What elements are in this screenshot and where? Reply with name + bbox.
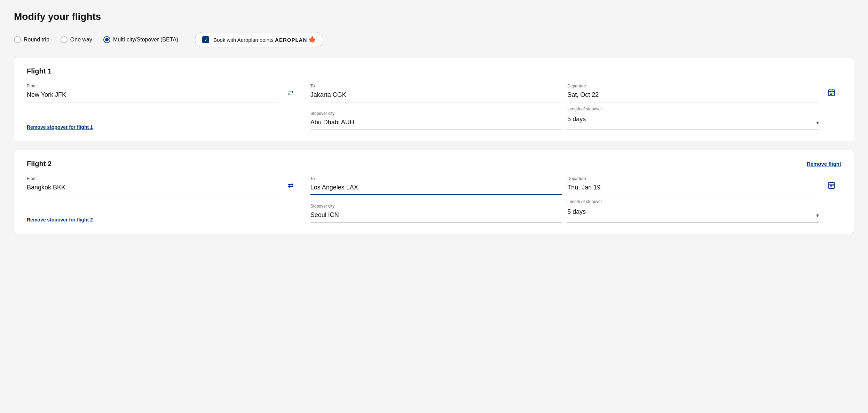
multi-city-option[interactable]: Multi-city/Stopover (BETA) [103,36,178,43]
flight-2-remove-stopover-group: Remove stopover for flight 2 [27,214,278,223]
flight-1-main-fields: From New York JFK ⇄ To Jakarta CGK Depar… [27,84,841,102]
flight-2-stopover-label: Stopover city [310,204,562,209]
flight-1-length-chevron-icon: ▾ [816,119,819,126]
flight-2-length-dropdown[interactable]: 5 days ▾ [567,205,819,223]
flight-2-length-group: Length of stopover 5 days ▾ [567,199,819,223]
svg-rect-5 [831,93,832,94]
flight-1-to-label: To [310,84,562,88]
one-way-radio[interactable] [61,36,68,43]
flight-2-main-fields: From Bangkok BKK ⇄ To Los Angeles LAX De… [27,176,841,195]
flight-2-length-chevron-icon: ▾ [816,212,819,219]
flight-1-from-input[interactable]: New York JFK [27,90,278,102]
multi-city-radio[interactable] [103,36,110,43]
flight-2-header: Flight 2 Remove flight [27,160,841,168]
flight-1-card: Flight 1 From New York JFK ⇄ To Jakarta … [14,57,854,141]
flight-1-stopover-label: Stopover city [310,111,562,116]
svg-rect-6 [833,93,834,94]
one-way-option[interactable]: One way [61,36,92,43]
svg-rect-7 [830,94,831,95]
trip-type-selector: Round trip One way Multi-city/Stopover (… [14,32,854,47]
flight-2-stopover-input[interactable]: Seoul ICN [310,210,562,223]
flight-1-from-label: From [27,84,278,88]
remove-flight-button[interactable]: Remove flight [807,161,841,167]
flight-2-departure-group: Departure Thu, Jan 19 [567,176,819,195]
flight-2-from-label: From [27,176,278,181]
flight-2-to-group: To Los Angeles LAX [310,176,562,195]
flight-2-stopover-group: Stopover city Seoul ICN [310,204,562,223]
svg-rect-15 [833,185,834,186]
flight-2-title: Flight 2 [27,160,52,168]
aeroplan-toggle[interactable]: Book with Aeroplan points AEROPLAN 🍁 [195,32,323,47]
flight-1-header: Flight 1 [27,67,841,75]
flight-1-length-value: 5 days [567,114,816,127]
flight-2-to-input[interactable]: Los Angeles LAX [310,182,562,195]
page-title: Modify your flights [14,11,854,22]
flight-1-stopover-input[interactable]: Abu Dhabi AUH [310,117,562,130]
flight-1-remove-stopover-group: Remove stopover for flight 1 [27,122,278,130]
round-trip-label: Round trip [24,37,49,43]
flight-1-remove-stopover-button[interactable]: Remove stopover for flight 1 [27,124,278,130]
flight-2-card: Flight 2 Remove flight From Bangkok BKK … [14,150,854,234]
svg-rect-17 [831,187,832,188]
flight-1-departure-label: Departure [567,84,819,88]
svg-rect-8 [831,94,832,95]
flight-2-length-value: 5 days [567,207,816,219]
flight-2-stopover-row: Remove stopover for flight 2 Stopover ci… [27,199,841,223]
round-trip-option[interactable]: Round trip [14,36,49,43]
flight-2-departure-label: Departure [567,176,819,181]
flight-1-stopover-group: Stopover city Abu Dhabi AUH [310,111,562,130]
flight-1-calendar-button[interactable] [824,86,838,100]
flight-2-remove-stopover-button[interactable]: Remove stopover for flight 2 [27,217,278,223]
flight-2-to-label: To [310,176,562,181]
flight-2-departure-input[interactable]: Thu, Jan 19 [567,182,819,195]
flight-1-length-dropdown[interactable]: 5 days ▾ [567,113,819,130]
flight-1-from-group: From New York JFK [27,84,278,102]
round-trip-radio[interactable] [14,36,21,43]
aeroplan-checkbox-icon [202,36,209,43]
aeroplan-text: Book with Aeroplan points AEROPLAN 🍁 [213,36,316,44]
flight-1-to-group: To Jakarta CGK [310,84,562,102]
multi-city-label: Multi-city/Stopover (BETA) [113,37,178,43]
flight-2-swap-button[interactable]: ⇄ [284,178,298,192]
flight-1-to-input[interactable]: Jakarta CGK [310,90,562,102]
flight-2-calendar-button[interactable] [824,178,838,192]
flight-1-title: Flight 1 [27,67,52,75]
svg-rect-16 [830,187,831,188]
svg-rect-4 [830,93,831,94]
flight-1-swap-button[interactable]: ⇄ [284,86,298,100]
svg-rect-13 [830,185,831,186]
flight-1-departure-group: Departure Sat, Oct 22 [567,84,819,102]
flight-1-stopover-row: Remove stopover for flight 1 Stopover ci… [27,107,841,130]
flight-1-length-label: Length of stopover [567,107,819,111]
flight-2-length-label: Length of stopover [567,199,819,204]
one-way-label: One way [70,37,92,43]
flight-2-from-input[interactable]: Bangkok BKK [27,182,278,195]
svg-rect-14 [831,185,832,186]
flight-2-from-group: From Bangkok BKK [27,176,278,195]
flight-1-departure-input[interactable]: Sat, Oct 22 [567,90,819,102]
flight-1-length-group: Length of stopover 5 days ▾ [567,107,819,130]
